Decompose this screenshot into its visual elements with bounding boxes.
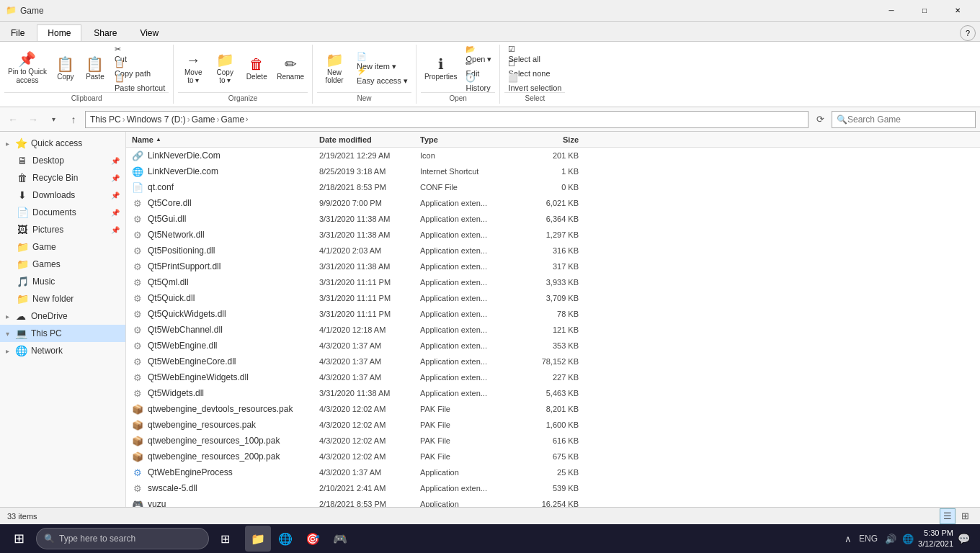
tab-view[interactable]: View	[129, 24, 169, 41]
sidebar-item-onedrive[interactable]: ▸ ☁ OneDrive	[0, 307, 125, 325]
sidebar-item-downloads[interactable]: ⬇ Downloads 📌	[0, 186, 125, 204]
help-button[interactable]: ?	[960, 25, 976, 41]
col-type[interactable]: Type	[420, 135, 514, 144]
file-row[interactable]: ⚙ Qt5Core.dll 9/9/2020 7:00 PM Applicati…	[126, 195, 980, 211]
file-name: QtWebEngineProcess	[148, 467, 233, 477]
col-name[interactable]: Name ▲	[132, 135, 319, 144]
tab-file[interactable]: File	[0, 24, 35, 41]
breadcrumb-thispc[interactable]: This PC	[90, 114, 121, 125]
taskbar-file-explorer[interactable]: 📁	[245, 526, 271, 552]
file-row[interactable]: ⚙ Qt5WebChannel.dll 4/1/2020 12:18 AM Ap…	[126, 322, 980, 338]
tray-up-arrow[interactable]: ∧	[843, 532, 853, 546]
large-icons-button[interactable]: ⊞	[957, 508, 973, 524]
file-icon: 🎮	[132, 498, 143, 507]
task-view-button[interactable]: ⊞	[212, 526, 238, 552]
invert-selection-button[interactable]: ⬜ Invert selection	[504, 76, 565, 89]
file-row[interactable]: ⚙ Qt5Gui.dll 3/31/2020 11:38 AM Applicat…	[126, 211, 980, 227]
copy-to-button[interactable]: 📁 Copyto ▾	[210, 48, 240, 89]
sidebar-item-documents[interactable]: 📄 Documents 📌	[0, 204, 125, 221]
sidebar-item-desktop[interactable]: 🖥 Desktop 📌	[0, 152, 125, 169]
tray-notification[interactable]: 💬	[956, 531, 971, 546]
file-date: 4/3/2020 1:37 AM	[319, 357, 420, 366]
file-row[interactable]: ⚙ Qt5Widgets.dll 3/31/2020 11:38 AM Appl…	[126, 385, 980, 401]
file-row[interactable]: ⚙ Qt5PrintSupport.dll 3/31/2020 11:38 AM…	[126, 258, 980, 274]
delete-button[interactable]: 🗑 Delete	[241, 48, 272, 89]
sidebar-item-quick-access[interactable]: ▸ ⭐ Quick access	[0, 135, 125, 152]
tray-network[interactable]: 🌐	[901, 532, 915, 546]
file-row[interactable]: ⚙ Qt5Quick.dll 3/31/2020 11:11 PM Applic…	[126, 290, 980, 306]
tray-clock[interactable]: 5:30 PM 3/12/2021	[918, 528, 953, 550]
file-row[interactable]: 📦 qtwebengine_devtools_resources.pak 4/3…	[126, 401, 980, 417]
up-button[interactable]: ↑	[65, 111, 82, 128]
file-name-cell: 🎮 yuzu	[132, 498, 319, 507]
paste-shortcut-button[interactable]: 📋 Paste shortcut	[111, 76, 169, 89]
back-button[interactable]: ←	[4, 111, 22, 128]
tab-home[interactable]: Home	[37, 24, 81, 41]
file-name: qtwebengine_resources_100p.pak	[148, 436, 280, 446]
new-folder-button[interactable]: 📁 Newfolder	[317, 48, 352, 89]
file-row[interactable]: ⚙ Qt5WebEngineCore.dll 4/3/2020 1:37 AM …	[126, 354, 980, 369]
paste-button[interactable]: 📋 Paste	[81, 48, 110, 89]
sidebar-item-this-pc[interactable]: ▾ 💻 This PC	[0, 325, 125, 342]
file-row[interactable]: 📦 qtwebengine_resources_200p.pak 4/3/202…	[126, 449, 980, 464]
sidebar-item-network[interactable]: ▸ 🌐 Network	[0, 342, 125, 359]
file-row[interactable]: ⚙ Qt5QuickWidgets.dll 3/31/2020 11:11 PM…	[126, 306, 980, 322]
documents-icon: 📄	[16, 206, 29, 219]
taskbar-app4[interactable]: 🎮	[327, 526, 353, 552]
breadcrumb-drive[interactable]: Windows 7 (D:)	[127, 114, 186, 125]
file-row[interactable]: 🌐 LinkNeverDie.com 8/25/2019 3:18 AM Int…	[126, 163, 980, 179]
sidebar-item-games[interactable]: 📁 Games	[0, 256, 125, 273]
tray-lang[interactable]: ENG	[856, 532, 881, 545]
file-row[interactable]: ⚙ Qt5Network.dll 3/31/2020 11:38 AM Appl…	[126, 227, 980, 243]
file-icon: ⚙	[132, 340, 143, 351]
recent-button[interactable]: ▾	[45, 111, 62, 128]
sidebar-item-new-folder[interactable]: 📁 New folder	[0, 290, 125, 307]
forward-button[interactable]: →	[24, 111, 42, 128]
move-to-button[interactable]: → Moveto ▾	[178, 48, 208, 89]
sidebar-item-pictures[interactable]: 🖼 Pictures 📌	[0, 221, 125, 238]
maximize-button[interactable]: □	[908, 0, 941, 22]
details-view-button[interactable]: ☰	[940, 508, 956, 524]
breadcrumb-game2[interactable]: Game	[220, 114, 244, 125]
taskbar-app3[interactable]: 🎯	[300, 526, 326, 552]
copy-button[interactable]: 📋 Copy	[52, 48, 79, 89]
file-name: Qt5WebEngineCore.dll	[148, 356, 236, 367]
breadcrumb-game1[interactable]: Game	[192, 114, 215, 125]
properties-button[interactable]: ℹ Properties	[421, 48, 461, 89]
refresh-button[interactable]: ⟳	[811, 111, 829, 128]
easy-access-button[interactable]: ⚡ Easy access ▾	[353, 69, 411, 82]
file-row[interactable]: ⚙ swscale-5.dll 2/10/2021 2:41 AM Applic…	[126, 480, 980, 496]
file-row[interactable]: ⚙ Qt5Positioning.dll 4/1/2020 2:03 AM Ap…	[126, 243, 980, 258]
start-button[interactable]: ⊞	[4, 526, 33, 552]
recycle-icon: 🗑	[16, 171, 29, 184]
file-row[interactable]: ⚙ Qt5WebEngine.dll 4/3/2020 1:37 AM Appl…	[126, 338, 980, 354]
search-input[interactable]	[847, 114, 971, 125]
sidebar-item-recycle[interactable]: 🗑 Recycle Bin 📌	[0, 169, 125, 186]
minimize-button[interactable]: ─	[875, 0, 908, 22]
address-path[interactable]: This PC › Windows 7 (D:) › Game › Game ›	[85, 111, 808, 128]
file-row[interactable]: 📄 qt.conf 2/18/2021 8:53 PM CONF File 0 …	[126, 179, 980, 195]
file-row[interactable]: ⚙ QtWebEngineProcess 4/3/2020 1:37 AM Ap…	[126, 464, 980, 480]
pin-quick-access-button[interactable]: 📌 Pin to Quickaccess	[4, 48, 50, 89]
tray-speaker[interactable]: 🔊	[883, 532, 898, 546]
taskbar-edge[interactable]: 🌐	[272, 526, 298, 552]
col-size[interactable]: Size	[514, 135, 579, 144]
file-row[interactable]: 🔗 LinkNeverDie.Com 2/19/2021 12:29 AM Ic…	[126, 148, 980, 163]
breadcrumb-dropdown[interactable]: ›	[246, 115, 248, 123]
taskbar-search[interactable]: 🔍 Type here to search	[36, 528, 209, 549]
file-row[interactable]: ⚙ Qt5Qml.dll 3/31/2020 11:11 PM Applicat…	[126, 274, 980, 290]
sidebar-item-game[interactable]: 📁 Game	[0, 238, 125, 256]
new-folder-side-label: New folder	[32, 294, 120, 304]
tab-share[interactable]: Share	[83, 24, 128, 41]
history-button[interactable]: 🕐 History	[462, 76, 495, 89]
file-row[interactable]: 🎮 yuzu 2/18/2021 8:53 PM Application 16,…	[126, 496, 980, 507]
file-row[interactable]: 📦 qtwebengine_resources_100p.pak 4/3/202…	[126, 433, 980, 449]
close-button[interactable]: ✕	[941, 0, 974, 22]
file-row[interactable]: ⚙ Qt5WebEngineWidgets.dll 4/3/2020 1:37 …	[126, 369, 980, 385]
rename-button[interactable]: ✏ Rename	[273, 48, 308, 89]
col-date[interactable]: Date modified	[319, 135, 420, 144]
file-name: qtwebengine_resources_200p.pak	[148, 451, 280, 462]
file-row[interactable]: 📦 qtwebengine_resources.pak 4/3/2020 12:…	[126, 417, 980, 433]
file-name-cell: ⚙ QtWebEngineProcess	[132, 467, 319, 478]
sidebar-item-music[interactable]: 🎵 Music	[0, 273, 125, 290]
